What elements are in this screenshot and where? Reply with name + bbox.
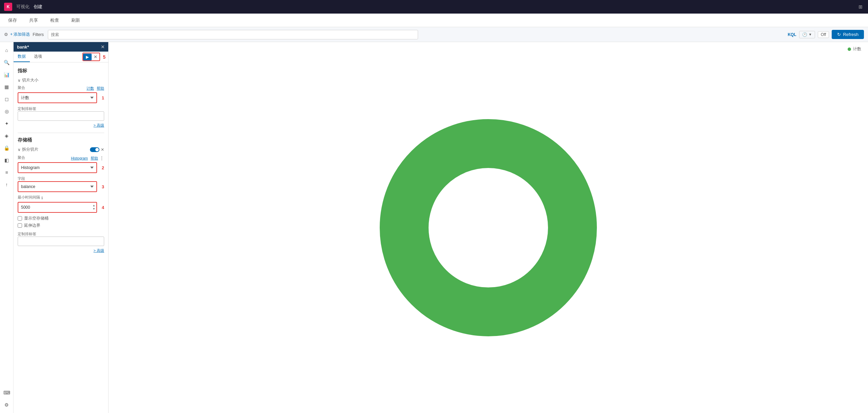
custom-label-buckets: 定制排标签 bbox=[18, 232, 36, 236]
aggregation-select-metrics[interactable]: 计数 bbox=[18, 92, 97, 103]
help-link-metrics[interactable]: 帮助 bbox=[97, 86, 104, 91]
annotation-5: 5 bbox=[103, 54, 106, 60]
aggregation-label: 聚合 bbox=[18, 85, 25, 90]
run-button[interactable]: ▶ bbox=[83, 54, 92, 60]
extend-bounds-row: 延伸边界 bbox=[18, 223, 104, 228]
panel-content: 指标 ∨ 切片大小 聚合 计数 帮助 bbox=[14, 62, 108, 413]
show-empty-label: 显示空存储桶 bbox=[24, 215, 49, 221]
custom-label-input-buckets[interactable] bbox=[18, 237, 104, 246]
panel-header: bank* ✕ bbox=[14, 42, 108, 52]
second-toolbar: 保存 共享 检查 刷新 bbox=[0, 14, 868, 27]
legend-label: 计数 bbox=[853, 46, 861, 52]
sidebar-item-discover[interactable]: 🔍 bbox=[1, 57, 12, 68]
slice-size-label: ∨ 切片大小 bbox=[18, 77, 38, 83]
refresh-icon: ↻ bbox=[837, 32, 841, 37]
advanced-link-buckets[interactable]: > 高级 bbox=[94, 248, 104, 253]
histogram-link[interactable]: Histogram bbox=[71, 156, 88, 161]
help-link-buckets[interactable]: 帮助 bbox=[91, 156, 98, 161]
share-button[interactable]: 共享 bbox=[26, 16, 41, 25]
split-slices-section: ∨ 拆分切片 ✕ 聚合 Histogram bbox=[18, 147, 104, 253]
spinner-up[interactable]: ▲ bbox=[92, 204, 96, 207]
divider-1 bbox=[18, 133, 104, 133]
sidebar-item-maps[interactable]: ◎ bbox=[1, 106, 12, 117]
advanced-link-metrics[interactable]: > 高级 bbox=[94, 123, 104, 128]
sidebar-item-uptime[interactable]: ↑ bbox=[1, 179, 12, 190]
refresh-toolbar-button[interactable]: 刷新 bbox=[69, 16, 83, 25]
left-panel: bank* ✕ 数据 选项 ▶ ✕ 5 bbox=[14, 42, 109, 413]
metrics-section-title: 指标 bbox=[18, 68, 104, 74]
panel-close-button[interactable]: ✕ bbox=[101, 44, 105, 50]
app-logo: K bbox=[4, 3, 12, 11]
filter-bar: ⚙ + 添加筛选 Filters KQL 🕐 ▼ Off ↻ Refresh bbox=[0, 27, 868, 42]
tab-data[interactable]: 数据 bbox=[14, 52, 30, 62]
panel-tabs: 数据 选项 bbox=[14, 52, 46, 62]
kql-button[interactable]: KQL bbox=[788, 32, 796, 37]
sidebar-item-manage[interactable]: ⚙ bbox=[1, 399, 12, 410]
field-select[interactable]: balance bbox=[18, 181, 97, 192]
app-title-separator: 创建 bbox=[34, 4, 42, 10]
annotation-4: 4 bbox=[102, 205, 104, 210]
time-off-badge: Off bbox=[818, 31, 829, 38]
search-input[interactable] bbox=[48, 30, 418, 39]
custom-label-metrics: 定制排标签 bbox=[18, 107, 36, 111]
sidebar-item-visualize[interactable]: 📊 bbox=[1, 69, 12, 80]
sidebar-item-canvas[interactable]: ◻ bbox=[1, 94, 12, 105]
slice-size-section: ∨ 切片大小 聚合 计数 帮助 bbox=[18, 77, 104, 128]
app-bar: K 可视化 创建 ⊞ bbox=[0, 0, 868, 14]
main-layout: ⌂ 🔍 📊 ▦ ◻ ◎ ✦ ◈ 🔒 ◧ ≡ ↑ ⌨ ⚙ bank* ✕ 数据 bbox=[0, 42, 868, 413]
window-icon-button[interactable]: ⊞ bbox=[857, 3, 864, 11]
legend-dot bbox=[848, 48, 851, 51]
custom-label-input-metrics[interactable] bbox=[18, 111, 104, 121]
app-bar-right: ⊞ bbox=[857, 3, 864, 11]
add-filter-button[interactable]: + 添加筛选 bbox=[10, 32, 30, 37]
show-empty-checkbox[interactable] bbox=[18, 216, 22, 221]
annotation-1: 1 bbox=[102, 95, 104, 100]
clock-icon: 🕐 bbox=[802, 32, 807, 37]
min-interval-input[interactable] bbox=[18, 202, 97, 213]
save-button[interactable]: 保存 bbox=[5, 16, 20, 25]
panel-title: bank* bbox=[17, 44, 29, 50]
chart-container bbox=[115, 46, 861, 409]
split-slices-label: ∨ 拆分切片 bbox=[18, 147, 38, 152]
annotation-3: 3 bbox=[102, 184, 104, 189]
extend-bounds-label: 延伸边界 bbox=[24, 223, 40, 228]
min-interval-label: 最小时间间隔 bbox=[18, 195, 40, 200]
sidebar-item-dashboard[interactable]: ▦ bbox=[1, 81, 12, 92]
dots-menu-button[interactable]: ⋮ bbox=[99, 155, 104, 161]
number-spinners: ▲ ▼ bbox=[92, 204, 96, 211]
min-interval-info: ℹ bbox=[41, 196, 43, 200]
inspect-button[interactable]: 检查 bbox=[48, 16, 62, 25]
donut-hole bbox=[429, 168, 548, 287]
spinner-down[interactable]: ▼ bbox=[92, 207, 96, 211]
split-slices-toggle[interactable] bbox=[90, 147, 99, 152]
settings-icon[interactable]: ⚙ bbox=[4, 32, 8, 37]
sidebar-item-apm[interactable]: ◈ bbox=[1, 130, 12, 141]
extend-bounds-checkbox[interactable] bbox=[18, 223, 22, 228]
split-slices-remove[interactable]: ✕ bbox=[101, 147, 104, 152]
icon-sidebar: ⌂ 🔍 📊 ▦ ◻ ◎ ✦ ◈ 🔒 ◧ ≡ ↑ ⌨ ⚙ bbox=[0, 42, 14, 413]
show-empty-row: 显示空存储桶 bbox=[18, 215, 104, 221]
aggregation-label-buckets: 聚合 bbox=[18, 155, 25, 160]
buckets-section-title: 存储桶 bbox=[18, 137, 104, 143]
time-picker-button[interactable]: 🕐 ▼ bbox=[799, 31, 815, 38]
count-link[interactable]: 计数 bbox=[87, 86, 94, 91]
sidebar-item-siem[interactable]: 🔒 bbox=[1, 143, 12, 153]
aggregation-select-buckets[interactable]: Histogram bbox=[18, 162, 97, 173]
filters-label: Filters bbox=[33, 32, 44, 37]
sidebar-item-ml[interactable]: ✦ bbox=[1, 118, 12, 129]
content-area: 计数 bbox=[109, 42, 868, 413]
sidebar-item-home[interactable]: ⌂ bbox=[1, 45, 12, 56]
refresh-button[interactable]: ↻ Refresh bbox=[832, 30, 864, 39]
legend: 计数 bbox=[848, 46, 861, 52]
run-close-button[interactable]: ✕ bbox=[92, 53, 99, 60]
chevron-down-icon: ▼ bbox=[809, 33, 812, 36]
field-label: 字段 bbox=[18, 176, 25, 181]
annotation-2: 2 bbox=[102, 165, 104, 170]
sidebar-item-logs[interactable]: ≡ bbox=[1, 167, 12, 178]
sidebar-item-infra[interactable]: ◧ bbox=[1, 155, 12, 166]
tab-options[interactable]: 选项 bbox=[30, 52, 46, 62]
sidebar-item-dev[interactable]: ⌨ bbox=[1, 387, 12, 398]
donut-chart bbox=[373, 112, 604, 343]
app-title-prefix: 可视化 bbox=[16, 4, 30, 10]
